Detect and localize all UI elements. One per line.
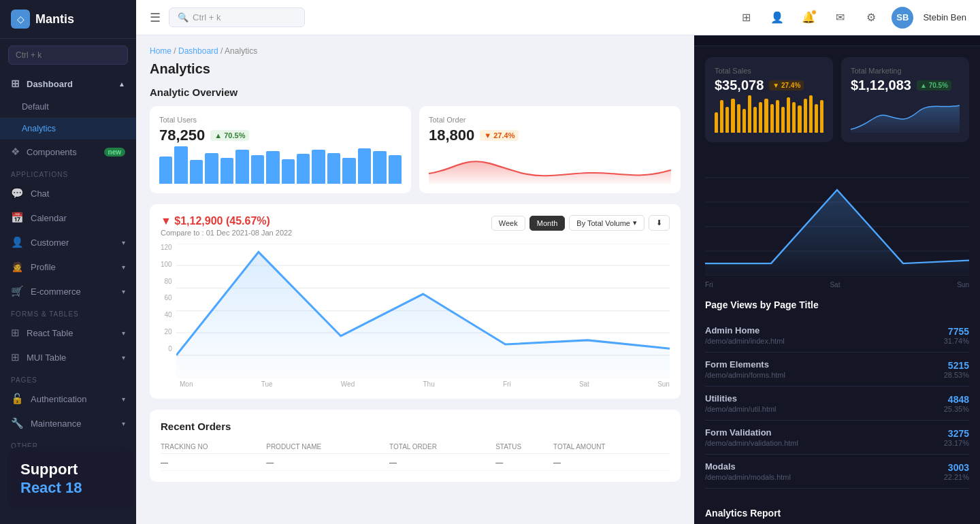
breadcrumb-current: Analytics [225, 46, 257, 56]
calendar-icon: 📅 [11, 212, 24, 224]
mui-icon: ⊞ [11, 351, 20, 363]
sidebar-item-customer[interactable]: 👤 Customer ▾ [0, 230, 136, 255]
total-users-badge: ▲ 70.5% [210, 130, 249, 141]
chevron-down-icon-5: ▾ [122, 354, 125, 361]
app-name: Mantis [35, 12, 74, 27]
page-view-info: Form Elements /demo/admin/forms.html [705, 359, 944, 379]
sidebar-mui-table-label: MUI Table [27, 353, 66, 363]
avatar[interactable]: SB [892, 7, 913, 29]
bar [759, 102, 762, 133]
sidebar-item-react-table[interactable]: ⊞ React Table ▾ [0, 321, 136, 345]
sidebar-dashboard-label: Dashboard [27, 79, 73, 89]
bar [815, 104, 818, 133]
profile-icon: 🙍 [11, 261, 24, 273]
notification-badge [811, 10, 817, 15]
total-marketing-value: $1,12,083 ▲ 70.5% [851, 78, 960, 93]
section-forms-tables: Forms & Tables [0, 304, 136, 321]
profile-header-icon[interactable]: 👤 [766, 7, 788, 29]
section-applications: Applications [0, 164, 136, 181]
header-right: ⊞ 👤 🔔 ✉ ⚙ SB Stebin Ben [735, 7, 966, 29]
sidebar-item-ecommerce[interactable]: 🛒 E-commerce ▾ [0, 279, 136, 304]
components-icon: ❖ [11, 146, 20, 158]
x-axis-labels: MonTueWedThuFriSatSun [161, 378, 670, 388]
users-bar-chart [159, 150, 402, 184]
week-button[interactable]: Week [491, 216, 525, 231]
sidebar-maintenance-label: Maintenance [31, 419, 81, 429]
page-view-name: Form Elements [705, 359, 944, 370]
bar [720, 100, 723, 133]
page-views-list: Admin Home /demo/admin/index.html 7755 3… [705, 318, 969, 489]
bar [282, 159, 295, 184]
total-sales-badge: ▼ 27.4% [769, 80, 804, 91]
page-view-name: Form Validation [705, 427, 944, 438]
user-name: Stebin Ben [923, 12, 966, 22]
bar [809, 95, 813, 133]
page-view-info: Modals /demo/admin/modals.html [705, 461, 944, 481]
income-controls: Week Month By Total Volume ▾ ⬇ [491, 215, 670, 231]
chevron-down-volume: ▾ [633, 218, 637, 227]
bar [312, 150, 325, 184]
sidebar-item-authentication[interactable]: 🔓 Authentication ▾ [0, 387, 136, 411]
apps-icon[interactable]: ⊞ [735, 7, 757, 29]
page-view-pct: 28.53% [944, 371, 969, 379]
bar [820, 100, 823, 133]
month-button[interactable]: Month [529, 216, 566, 231]
sidebar-item-mui-table[interactable]: ⊞ MUI Table ▾ [0, 345, 136, 370]
search-icon: 🔍 [178, 12, 189, 22]
settings-icon[interactable]: ⚙ [860, 7, 882, 29]
sidebar-item-analytics[interactable]: Analytics [0, 118, 136, 140]
sidebar-item-default[interactable]: Default [0, 96, 136, 118]
income-compare: Compare to : 01 Dec 2021-08 Jan 2022 [161, 229, 292, 237]
page-view-count: 3275 [944, 428, 969, 439]
sidebar-react-table-label: React Table [27, 328, 73, 338]
bar [737, 104, 740, 133]
sidebar-item-chat[interactable]: 💬 Chat [0, 181, 136, 206]
page-title: Analytics [150, 61, 681, 77]
bar [373, 151, 386, 184]
page-views-title: Page Views by Page Title [705, 299, 969, 310]
sales-bar-chart [715, 99, 823, 133]
dark-header [694, 35, 980, 46]
sidebar-item-components[interactable]: ❖ Components new [0, 140, 136, 164]
dark-stat-marketing: Total Marketing $1,12,083 ▲ 70.5% [841, 57, 969, 142]
total-order-value: 18,800 ▼ 27.4% [429, 127, 671, 144]
analytic-overview-title: Analytic Overview [150, 86, 681, 98]
page-view-info: Utilities /demo/admin/util.html [705, 393, 944, 413]
breadcrumb-home[interactable]: Home [150, 46, 172, 56]
ecommerce-icon: 🛒 [11, 285, 24, 297]
bar [731, 99, 734, 133]
chat-icon: 💬 [11, 187, 24, 199]
sidebar-item-calendar[interactable]: 📅 Calendar [0, 206, 136, 230]
download-button[interactable]: ⬇ [649, 215, 670, 231]
bar [190, 160, 203, 184]
mail-icon[interactable]: ✉ [829, 7, 851, 29]
page-view-stats: 5215 28.53% [944, 360, 969, 379]
bar [787, 97, 790, 133]
support-toast-title: Support React 18 [20, 461, 121, 497]
page-view-count: 5215 [944, 360, 969, 371]
search-input[interactable] [8, 46, 128, 65]
sidebar-profile-label: Profile [31, 262, 56, 272]
income-line-chart [176, 244, 670, 378]
bar [742, 109, 746, 133]
notification-icon[interactable]: 🔔 [798, 7, 819, 29]
support-toast[interactable]: Support React 18 [7, 447, 135, 510]
breadcrumb-dashboard[interactable]: Dashboard [178, 46, 218, 56]
page-view-item: Utilities /demo/admin/util.html 4848 25.… [705, 387, 969, 421]
bar [389, 155, 402, 184]
page-view-pct: 23.17% [944, 439, 969, 447]
sidebar-item-dashboard[interactable]: ⊞ Dashboard ▲ [0, 71, 136, 96]
bar [297, 154, 310, 184]
page-view-url: /demo/admin/forms.html [705, 371, 944, 379]
hamburger-icon[interactable]: ☰ [150, 10, 161, 25]
sidebar-item-profile[interactable]: 🙍 Profile ▾ [0, 255, 136, 279]
volume-button[interactable]: By Total Volume ▾ [569, 215, 644, 231]
bar [725, 107, 729, 133]
col-total-order: TOTAL ORDER [389, 440, 495, 454]
header-search[interactable]: 🔍 Ctrl + k [169, 7, 305, 27]
recent-orders-title: Recent Orders [161, 421, 670, 432]
sidebar-item-maintenance[interactable]: 🔧 Maintenance ▾ [0, 411, 136, 436]
page-view-info: Admin Home /demo/admin/index.html [705, 325, 944, 345]
bar [174, 146, 187, 184]
breadcrumb: Home / Dashboard / Analytics [150, 46, 681, 56]
